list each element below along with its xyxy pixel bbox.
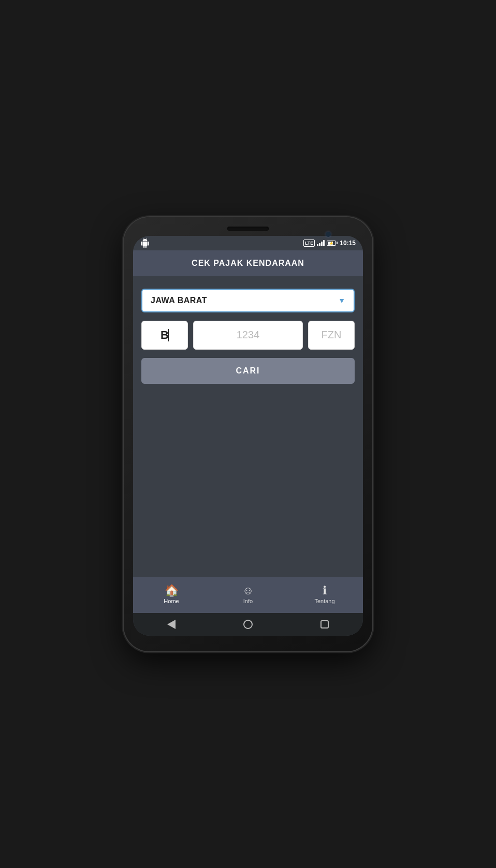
phone-speaker [227,227,269,231]
phone-screen: LTE ⚡ 10:15 CEK PAJAK KEN [133,236,363,636]
nav-label-tentang: Tentang [314,598,334,604]
android-icon [140,238,150,248]
recents-square-icon [320,620,329,628]
signal-icon [317,240,325,246]
nav-label-home: Home [164,598,179,604]
lte-badge: LTE [303,240,315,247]
plate-number-input[interactable]: 1234 [193,321,303,350]
home-button[interactable] [239,615,257,634]
plate-suffix-input[interactable]: FZN [308,321,355,350]
chevron-down-icon: ▼ [338,296,345,305]
status-time: 10:15 [340,240,356,247]
info-smiley-icon: ☺ [242,585,254,596]
nav-item-home[interactable]: 🏠 Home [133,581,210,608]
status-bar: LTE ⚡ 10:15 [133,236,363,250]
recents-button[interactable] [315,615,334,634]
plate-prefix-input[interactable]: B [141,321,188,350]
phone-camera [326,232,331,237]
main-content: JAWA BARAT ▼ B 1234 FZN CARI [133,276,363,577]
province-dropdown[interactable]: JAWA BARAT ▼ [141,289,355,312]
nav-label-info: Info [243,598,253,604]
province-value: JAWA BARAT [151,296,207,305]
about-icon: ℹ [323,585,327,596]
back-triangle-icon [167,620,176,629]
status-left [140,238,150,248]
system-nav-bar [133,613,363,636]
plate-number-placeholder: 1234 [237,329,260,341]
empty-content-area [141,392,355,568]
nav-item-info[interactable]: ☺ Info [210,581,286,608]
nav-item-tentang[interactable]: ℹ Tentang [286,581,363,608]
app-bar: CEK PAJAK KENDARAAN [133,250,363,276]
battery-icon: ⚡ [327,241,338,246]
plate-input-row: B 1234 FZN [141,321,355,350]
status-right: LTE ⚡ 10:15 [303,240,356,247]
phone-device: LTE ⚡ 10:15 CEK PAJAK KEN [124,217,372,651]
search-button[interactable]: CARI [141,358,355,384]
bottom-nav: 🏠 Home ☺ Info ℹ Tentang [133,577,363,613]
back-button[interactable] [162,615,181,634]
home-circle-icon [243,620,253,629]
home-icon: 🏠 [165,585,179,596]
app-title: CEK PAJAK KENDARAAN [192,259,304,267]
text-cursor [168,329,169,341]
plate-suffix-placeholder: FZN [322,329,342,341]
